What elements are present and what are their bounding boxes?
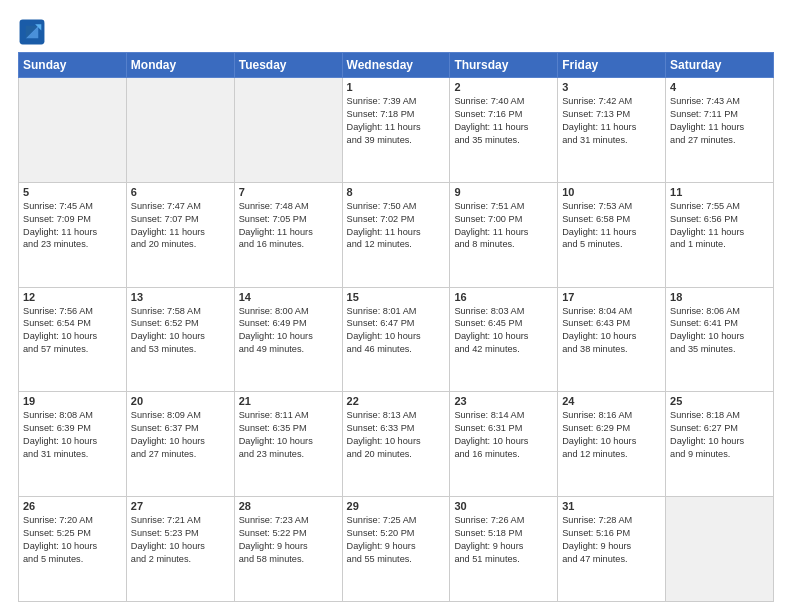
calendar-cell: 7Sunrise: 7:48 AM Sunset: 7:05 PM Daylig… [234,182,342,287]
header [18,18,774,46]
day-number: 4 [670,81,769,93]
day-info: Sunrise: 7:48 AM Sunset: 7:05 PM Dayligh… [239,200,338,252]
weekday-header-sunday: Sunday [19,53,127,78]
day-number: 8 [347,186,446,198]
calendar-cell: 16Sunrise: 8:03 AM Sunset: 6:45 PM Dayli… [450,287,558,392]
calendar-cell: 4Sunrise: 7:43 AM Sunset: 7:11 PM Daylig… [666,78,774,183]
day-number: 17 [562,291,661,303]
calendar-cell: 25Sunrise: 8:18 AM Sunset: 6:27 PM Dayli… [666,392,774,497]
day-number: 2 [454,81,553,93]
day-number: 10 [562,186,661,198]
week-row-2: 12Sunrise: 7:56 AM Sunset: 6:54 PM Dayli… [19,287,774,392]
day-info: Sunrise: 8:09 AM Sunset: 6:37 PM Dayligh… [131,409,230,461]
calendar-cell: 13Sunrise: 7:58 AM Sunset: 6:52 PM Dayli… [126,287,234,392]
calendar-cell: 29Sunrise: 7:25 AM Sunset: 5:20 PM Dayli… [342,497,450,602]
day-info: Sunrise: 8:14 AM Sunset: 6:31 PM Dayligh… [454,409,553,461]
calendar-cell: 26Sunrise: 7:20 AM Sunset: 5:25 PM Dayli… [19,497,127,602]
day-number: 27 [131,500,230,512]
day-number: 25 [670,395,769,407]
calendar-cell [19,78,127,183]
day-number: 16 [454,291,553,303]
calendar-cell: 11Sunrise: 7:55 AM Sunset: 6:56 PM Dayli… [666,182,774,287]
day-number: 9 [454,186,553,198]
day-number: 31 [562,500,661,512]
day-info: Sunrise: 7:51 AM Sunset: 7:00 PM Dayligh… [454,200,553,252]
day-info: Sunrise: 8:08 AM Sunset: 6:39 PM Dayligh… [23,409,122,461]
day-info: Sunrise: 7:53 AM Sunset: 6:58 PM Dayligh… [562,200,661,252]
weekday-header-saturday: Saturday [666,53,774,78]
calendar-cell [126,78,234,183]
logo-icon [18,18,46,46]
page: SundayMondayTuesdayWednesdayThursdayFrid… [0,0,792,612]
day-number: 21 [239,395,338,407]
day-number: 29 [347,500,446,512]
calendar-cell: 8Sunrise: 7:50 AM Sunset: 7:02 PM Daylig… [342,182,450,287]
day-number: 5 [23,186,122,198]
calendar-cell: 1Sunrise: 7:39 AM Sunset: 7:18 PM Daylig… [342,78,450,183]
calendar-cell: 14Sunrise: 8:00 AM Sunset: 6:49 PM Dayli… [234,287,342,392]
day-number: 7 [239,186,338,198]
day-info: Sunrise: 8:03 AM Sunset: 6:45 PM Dayligh… [454,305,553,357]
calendar-cell [234,78,342,183]
calendar-cell: 22Sunrise: 8:13 AM Sunset: 6:33 PM Dayli… [342,392,450,497]
weekday-header-thursday: Thursday [450,53,558,78]
day-number: 6 [131,186,230,198]
week-row-4: 26Sunrise: 7:20 AM Sunset: 5:25 PM Dayli… [19,497,774,602]
day-info: Sunrise: 8:13 AM Sunset: 6:33 PM Dayligh… [347,409,446,461]
day-number: 18 [670,291,769,303]
day-number: 1 [347,81,446,93]
logo [18,18,50,46]
day-number: 24 [562,395,661,407]
day-info: Sunrise: 8:18 AM Sunset: 6:27 PM Dayligh… [670,409,769,461]
calendar-cell: 15Sunrise: 8:01 AM Sunset: 6:47 PM Dayli… [342,287,450,392]
calendar: SundayMondayTuesdayWednesdayThursdayFrid… [18,52,774,602]
calendar-cell: 10Sunrise: 7:53 AM Sunset: 6:58 PM Dayli… [558,182,666,287]
calendar-cell: 6Sunrise: 7:47 AM Sunset: 7:07 PM Daylig… [126,182,234,287]
weekday-header-monday: Monday [126,53,234,78]
calendar-cell: 18Sunrise: 8:06 AM Sunset: 6:41 PM Dayli… [666,287,774,392]
calendar-cell: 12Sunrise: 7:56 AM Sunset: 6:54 PM Dayli… [19,287,127,392]
day-number: 15 [347,291,446,303]
day-info: Sunrise: 7:26 AM Sunset: 5:18 PM Dayligh… [454,514,553,566]
day-info: Sunrise: 7:50 AM Sunset: 7:02 PM Dayligh… [347,200,446,252]
calendar-cell: 3Sunrise: 7:42 AM Sunset: 7:13 PM Daylig… [558,78,666,183]
day-number: 11 [670,186,769,198]
day-number: 30 [454,500,553,512]
day-info: Sunrise: 7:58 AM Sunset: 6:52 PM Dayligh… [131,305,230,357]
calendar-cell: 23Sunrise: 8:14 AM Sunset: 6:31 PM Dayli… [450,392,558,497]
day-info: Sunrise: 7:56 AM Sunset: 6:54 PM Dayligh… [23,305,122,357]
day-info: Sunrise: 7:21 AM Sunset: 5:23 PM Dayligh… [131,514,230,566]
day-info: Sunrise: 7:47 AM Sunset: 7:07 PM Dayligh… [131,200,230,252]
day-number: 22 [347,395,446,407]
weekday-header-tuesday: Tuesday [234,53,342,78]
day-number: 14 [239,291,338,303]
day-number: 26 [23,500,122,512]
week-row-0: 1Sunrise: 7:39 AM Sunset: 7:18 PM Daylig… [19,78,774,183]
day-info: Sunrise: 7:55 AM Sunset: 6:56 PM Dayligh… [670,200,769,252]
day-info: Sunrise: 7:45 AM Sunset: 7:09 PM Dayligh… [23,200,122,252]
week-row-3: 19Sunrise: 8:08 AM Sunset: 6:39 PM Dayli… [19,392,774,497]
calendar-cell: 28Sunrise: 7:23 AM Sunset: 5:22 PM Dayli… [234,497,342,602]
day-info: Sunrise: 7:43 AM Sunset: 7:11 PM Dayligh… [670,95,769,147]
day-number: 13 [131,291,230,303]
day-number: 12 [23,291,122,303]
day-info: Sunrise: 8:11 AM Sunset: 6:35 PM Dayligh… [239,409,338,461]
day-number: 28 [239,500,338,512]
day-info: Sunrise: 7:25 AM Sunset: 5:20 PM Dayligh… [347,514,446,566]
calendar-cell: 30Sunrise: 7:26 AM Sunset: 5:18 PM Dayli… [450,497,558,602]
calendar-cell: 2Sunrise: 7:40 AM Sunset: 7:16 PM Daylig… [450,78,558,183]
calendar-cell: 24Sunrise: 8:16 AM Sunset: 6:29 PM Dayli… [558,392,666,497]
calendar-cell: 27Sunrise: 7:21 AM Sunset: 5:23 PM Dayli… [126,497,234,602]
day-number: 3 [562,81,661,93]
day-info: Sunrise: 8:00 AM Sunset: 6:49 PM Dayligh… [239,305,338,357]
day-info: Sunrise: 7:42 AM Sunset: 7:13 PM Dayligh… [562,95,661,147]
calendar-cell: 9Sunrise: 7:51 AM Sunset: 7:00 PM Daylig… [450,182,558,287]
day-info: Sunrise: 7:40 AM Sunset: 7:16 PM Dayligh… [454,95,553,147]
weekday-header-wednesday: Wednesday [342,53,450,78]
calendar-cell [666,497,774,602]
calendar-cell: 5Sunrise: 7:45 AM Sunset: 7:09 PM Daylig… [19,182,127,287]
weekday-header-row: SundayMondayTuesdayWednesdayThursdayFrid… [19,53,774,78]
calendar-cell: 19Sunrise: 8:08 AM Sunset: 6:39 PM Dayli… [19,392,127,497]
day-info: Sunrise: 8:01 AM Sunset: 6:47 PM Dayligh… [347,305,446,357]
calendar-cell: 20Sunrise: 8:09 AM Sunset: 6:37 PM Dayli… [126,392,234,497]
